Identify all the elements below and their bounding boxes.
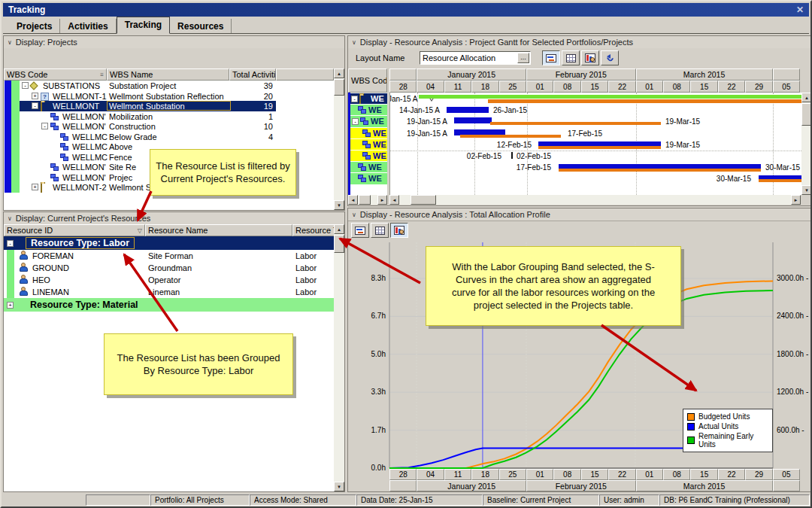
- gantt-wbs-hscroll-thumb[interactable]: [359, 195, 371, 205]
- collapse-box[interactable]: -: [351, 96, 358, 102]
- browse-button[interactable]: ...: [517, 53, 529, 63]
- gantt-wbs-row[interactable]: WE: [350, 162, 387, 172]
- timeline-week-18: 18: [471, 81, 498, 93]
- table-row-wellmon[interactable]: WELLMON'Mobilization1: [4, 111, 334, 122]
- wbs-code: WELLMC: [72, 153, 108, 162]
- expand-box[interactable]: +: [32, 184, 38, 190]
- column-header-resource-name[interactable]: Resource Name: [145, 224, 292, 236]
- resource-profile-button[interactable]: [581, 50, 599, 65]
- gantt-wbs-hscroll-right[interactable]: ►: [377, 195, 387, 205]
- resources-panel-header[interactable]: ∨ Display: Current Project's Resources: [4, 212, 344, 225]
- gantt-wbs-hscroll-left[interactable]: ◄: [348, 195, 358, 205]
- column-header-blank[interactable]: [276, 68, 334, 81]
- close-icon[interactable]: ✕: [796, 5, 804, 15]
- gantt-vscroll-down[interactable]: ▼: [801, 185, 812, 195]
- group-band-resource-type-material[interactable]: +Resource Type: Material: [4, 298, 334, 312]
- gantt-wbs-row[interactable]: -WE: [350, 116, 387, 126]
- tab-projects[interactable]: Projects: [9, 19, 60, 33]
- gantt-bar-blue[interactable]: [447, 107, 489, 113]
- timeline-month-january-2015: January 2015: [417, 68, 526, 81]
- list-item-ground[interactable]: GROUNDGroundmanLabor: [4, 262, 334, 274]
- gantt-bar-orange[interactable]: [538, 146, 661, 149]
- status-segment-user: User: admin: [599, 494, 659, 506]
- table-row-wellmc[interactable]: WELLMCBelow Grade4: [4, 132, 334, 142]
- resources-scrollbar-up[interactable]: ▲: [334, 224, 344, 234]
- legend-label: Actual Units: [698, 422, 738, 430]
- collapse-box[interactable]: -: [32, 102, 38, 109]
- group-band-resource-type-labor[interactable]: -Resource Type: Labor: [4, 236, 334, 250]
- gantt-wbs-row[interactable]: WE: [350, 105, 387, 115]
- list-item-foreman[interactable]: FOREMANSite FormanLabor: [4, 250, 334, 262]
- collapse-box[interactable]: -: [41, 123, 48, 129]
- timeline-month-blank: [389, 68, 417, 81]
- resource-type: Labor: [295, 275, 317, 284]
- timeline-week-08: 08: [553, 81, 580, 93]
- spreadsheet-button[interactable]: [562, 50, 580, 65]
- legend-item-remaining-early-units: Remaining Early Units: [687, 432, 768, 449]
- projects-scrollbar-up[interactable]: ▲: [334, 68, 344, 78]
- gantt-bar-blue[interactable]: [454, 117, 492, 123]
- wbs-code: WELLMON': [62, 112, 106, 121]
- callout-line: By Resource Type: Labor: [105, 364, 292, 377]
- expand-box[interactable]: +: [32, 93, 38, 99]
- gantt-panel: ∨ Display - Resource Analysis : Project …: [347, 35, 812, 206]
- status-segment-baseline: Baseline: Current Project: [483, 494, 599, 506]
- table-row-wellmont-1[interactable]: +?WELLMONT-1Wellmont Substation Reflecti…: [4, 91, 334, 102]
- gantt-hscroll-thumb[interactable]: [411, 195, 436, 205]
- row-stripe-blue: [5, 182, 11, 193]
- gantt-vscroll-thumb[interactable]: [801, 103, 812, 126]
- collapse-box[interactable]: -: [7, 240, 14, 247]
- gantt-wbs-row[interactable]: WE: [350, 151, 387, 161]
- gantt-bar-orange[interactable]: [460, 135, 561, 138]
- column-header-resource-id[interactable]: Resource ID▽: [4, 224, 145, 236]
- gantt-bar-orange[interactable]: [490, 122, 661, 125]
- gantt-wbs-label: WE: [368, 163, 382, 172]
- gantt-hscroll-track[interactable]: [389, 195, 801, 205]
- column-header-wbs-name[interactable]: WBS Name: [107, 68, 229, 81]
- gantt-wbs-col-header[interactable]: WBS Code: [348, 68, 387, 93]
- collapse-box[interactable]: -: [22, 82, 29, 89]
- gantt-wbs-row[interactable]: WE: [350, 128, 387, 138]
- timeline-month-february-2015: February 2015: [526, 68, 636, 81]
- annotation-callout-2: The Resource List has been GroupedBy Res…: [104, 333, 293, 395]
- resources-panel-title: Display: Current Project's Resources: [16, 214, 150, 223]
- resources-scrollbar-track[interactable]: [334, 224, 344, 491]
- collapse-box[interactable]: -: [352, 118, 359, 125]
- projects-scrollbar-down[interactable]: ▼: [334, 200, 344, 210]
- gantt-bar-orange[interactable]: [488, 99, 801, 103]
- resource-type: Labor: [295, 287, 317, 297]
- undo-button[interactable]: [601, 50, 619, 65]
- tab-tracking[interactable]: Tracking: [117, 17, 170, 34]
- gantt-vscroll-up[interactable]: ▲: [801, 93, 812, 102]
- timeline-week-04: 04: [417, 469, 444, 480]
- gantt-wbs-row[interactable]: WE: [350, 139, 387, 150]
- projects-panel-header[interactable]: ∨ Display: Projects: [4, 36, 344, 49]
- gantt-hscroll-left[interactable]: ◄: [389, 195, 399, 205]
- expand-box[interactable]: +: [7, 302, 14, 309]
- gantt-wbs-row[interactable]: -WE: [350, 93, 387, 104]
- table-row-substations[interactable]: -SUBSTATIONSSubstation Project39: [4, 81, 334, 91]
- gantt-panel-header[interactable]: ∨ Display - Resource Analysis : Project …: [348, 36, 811, 49]
- row-stripe-blue: [5, 121, 11, 132]
- wbs-name: Site Re: [109, 163, 136, 172]
- list-item-lineman[interactable]: LINEMANLinemanLabor: [4, 286, 334, 298]
- projects-scrollbar-thumb[interactable]: [334, 79, 344, 96]
- gantt-chart-button[interactable]: [542, 50, 560, 65]
- selected-cell-outline: [107, 101, 231, 111]
- resources-scrollbar-down[interactable]: ▼: [334, 482, 344, 491]
- gantt-bar-green[interactable]: [419, 95, 801, 99]
- list-item-heo[interactable]: HEOOperatorLabor: [4, 274, 334, 286]
- tab-resources[interactable]: Resources: [170, 19, 232, 33]
- column-header-total-activities[interactable]: Total Activities: [229, 68, 276, 81]
- resources-scrollbar-thumb[interactable]: [334, 235, 344, 253]
- layout-name-combo[interactable]: Resource Allocation ...: [420, 51, 531, 65]
- gantt-bar-orange[interactable]: [759, 179, 801, 182]
- gantt-bar-orange[interactable]: [559, 169, 761, 172]
- gantt-wbs-row[interactable]: WE: [350, 173, 387, 184]
- row-stripe-green: [11, 111, 20, 122]
- table-row-wellmont[interactable]: -WELLMONTWellmont Substation19: [4, 101, 334, 111]
- gantt-hscroll-right[interactable]: ►: [791, 195, 801, 205]
- tab-activities[interactable]: Activities: [60, 19, 116, 33]
- table-row-wellmon[interactable]: -WELLMON'Construction10: [4, 121, 334, 132]
- column-header-wbs-code[interactable]: WBS Code≡: [4, 68, 107, 81]
